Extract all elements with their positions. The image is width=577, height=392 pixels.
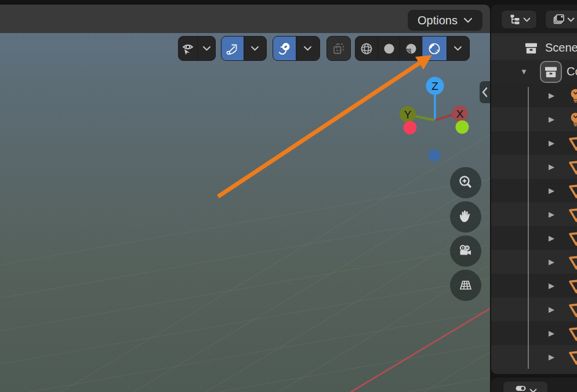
outliner-row[interactable]: ▶	[491, 250, 577, 274]
toggle-xray-button[interactable]	[326, 36, 351, 61]
wireframe-sphere-icon	[360, 42, 373, 56]
shading-dropdown[interactable]	[447, 37, 469, 60]
row-label: Scene	[545, 36, 577, 60]
viewport-scene: Z Y X	[0, 33, 490, 392]
options-dropdown[interactable]: Options	[408, 10, 482, 31]
mesh-icon	[568, 155, 577, 179]
expand-arrow[interactable]: ▶	[549, 345, 554, 369]
axis-y-label: Y	[404, 108, 412, 121]
tree-indent-line	[528, 87, 529, 369]
light-icon	[568, 107, 577, 131]
expand-arrow[interactable]: ▶	[549, 107, 554, 131]
nav-axis-gizmo[interactable]: Z Y X	[400, 77, 469, 162]
zoom-button[interactable]	[450, 167, 481, 198]
expand-arrow[interactable]: ▶	[549, 84, 554, 107]
material-sphere-icon	[404, 42, 418, 56]
outliner-row[interactable]: ▼Collection	[491, 60, 577, 84]
chevron-down-icon[interactable]	[296, 37, 320, 60]
show-overlays-button[interactable]	[273, 36, 320, 61]
expand-arrow[interactable]: ▶	[549, 155, 554, 179]
axis-y-neg-ball[interactable]	[456, 121, 469, 134]
display-mode-dropdown[interactable]	[545, 10, 577, 29]
outliner-row[interactable]: ▶	[491, 274, 577, 297]
chevron-down-icon	[529, 388, 537, 392]
mesh-icon	[568, 321, 577, 345]
outliner-header	[491, 5, 577, 33]
properties-tab-dropdown[interactable]	[503, 381, 548, 392]
outliner-row[interactable]: ▶	[491, 155, 577, 179]
chevron-down-icon	[523, 17, 531, 23]
magnifier-plus-icon	[457, 174, 474, 191]
outliner-row[interactable]: ▶	[491, 226, 577, 250]
expand-arrow[interactable]: ▶	[549, 297, 554, 321]
expand-arrow[interactable]: ▶	[549, 179, 554, 202]
chevron-down-icon[interactable]	[244, 37, 267, 60]
object-type-visibility-button[interactable]	[178, 36, 216, 61]
mesh-icon	[568, 226, 577, 250]
overlays-icon[interactable]	[273, 37, 296, 60]
mesh-icon	[568, 202, 577, 226]
outliner-row[interactable]: ▶	[491, 297, 577, 321]
outliner-row[interactable]: ▶	[491, 202, 577, 226]
mesh-icon	[568, 297, 577, 321]
blender-window: Options	[0, 0, 577, 392]
expand-arrow[interactable]: ▶	[549, 226, 554, 250]
shading-rendered-button[interactable]	[422, 37, 447, 60]
axis-x-label: X	[456, 108, 464, 120]
outliner-row[interactable]: ▶	[491, 84, 577, 107]
expand-arrow[interactable]: ▶	[549, 274, 554, 297]
outliner-row[interactable]: Scene	[491, 36, 577, 60]
expand-arrow[interactable]: ▶	[549, 250, 554, 274]
photo-stack-icon	[552, 13, 566, 27]
expand-arrow[interactable]: ▶	[549, 131, 554, 155]
hand-icon	[457, 208, 474, 226]
scene-icon	[524, 36, 539, 60]
axis-z-neg-ball[interactable]	[429, 150, 441, 162]
mesh-icon	[568, 250, 577, 274]
shading-wireframe-button[interactable]	[355, 37, 378, 60]
axis-x-neg-ball[interactable]	[404, 121, 417, 135]
toggle-perspective-button[interactable]	[450, 270, 481, 301]
collapse-arrow[interactable]: ▼	[520, 60, 528, 84]
chevron-down-icon[interactable]	[197, 37, 215, 60]
outliner-row[interactable]: ▶	[491, 345, 577, 369]
outliner-row[interactable]: ▶	[491, 131, 577, 155]
mesh-icon	[568, 179, 577, 202]
show-gizmos-button[interactable]	[221, 36, 267, 61]
outliner-tree-icon	[508, 13, 522, 27]
outliner-row[interactable]: ▶	[491, 179, 577, 202]
mesh-icon	[568, 345, 577, 369]
expand-arrow[interactable]: ▶	[549, 321, 554, 345]
perspective-grid-icon	[457, 277, 474, 294]
solid-sphere-icon	[382, 42, 396, 56]
mesh-icon	[568, 131, 577, 155]
outliner-rows: Scene▼Collection▶▶▶▶▶▶▶▶▶▶▶▶	[491, 33, 577, 374]
sidebar-toggle[interactable]	[480, 81, 490, 103]
properties-toggles-icon	[514, 384, 528, 392]
outliner-row[interactable]: ▶	[491, 107, 577, 131]
expand-arrow[interactable]: ▶	[549, 202, 554, 226]
camera-view-button[interactable]	[450, 235, 481, 267]
outliner-row[interactable]: ▶	[491, 321, 577, 345]
viewport-3d[interactable]: Z Y X	[0, 33, 490, 392]
viewport-header-bar: Options	[0, 5, 490, 33]
chevron-down-icon	[463, 17, 473, 24]
rendered-sphere-icon	[427, 42, 441, 56]
chevron-down-icon	[453, 45, 462, 52]
chevron-down-icon	[567, 17, 575, 23]
pan-button[interactable]	[450, 201, 481, 233]
light-icon	[568, 84, 577, 107]
shading-material-preview-button[interactable]	[400, 37, 422, 60]
axis-z-label: Z	[431, 80, 438, 92]
editor-type-dropdown[interactable]	[501, 10, 537, 29]
mesh-icon	[568, 274, 577, 297]
shading-solid-button[interactable]	[378, 37, 400, 60]
chevron-left-icon	[481, 86, 489, 99]
row-label: Collection	[567, 60, 577, 84]
gizmo-icon[interactable]	[222, 37, 244, 60]
collection-icon	[540, 60, 562, 84]
options-label: Options	[418, 14, 458, 27]
eye-cursor-icon	[179, 37, 197, 60]
xray-icon	[332, 42, 346, 56]
properties-header	[491, 378, 577, 392]
